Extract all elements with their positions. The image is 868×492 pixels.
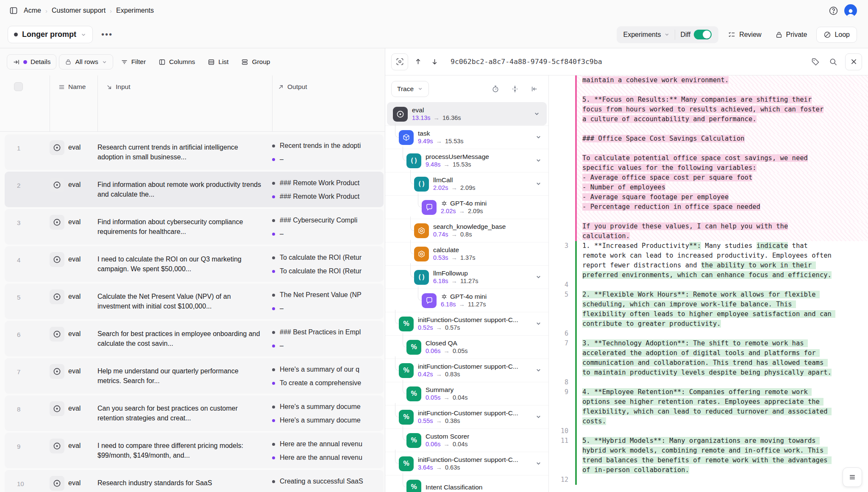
collapse-vertical-icon[interactable] bbox=[509, 83, 520, 95]
timing-icon[interactable] bbox=[490, 83, 501, 95]
code-text: If you provide these values, I can help … bbox=[577, 222, 868, 231]
chevron-down-icon[interactable] bbox=[535, 157, 542, 164]
trace-tree-node[interactable]: search_knowledge_base0.74s→0.8s bbox=[385, 219, 548, 242]
table-row[interactable]: 10evalResearch industry standards for Sa… bbox=[5, 470, 384, 492]
filter-icon bbox=[121, 58, 128, 66]
table-row[interactable]: 7evalHelp me understand our quarterly pe… bbox=[5, 358, 384, 394]
trace-tree-node[interactable]: eval13.13s→16.36s bbox=[387, 102, 547, 125]
row-number: 4 bbox=[5, 246, 50, 282]
view-selector-label: Experiments bbox=[623, 31, 661, 39]
expand-fullscreen-icon[interactable] bbox=[391, 53, 408, 70]
search-icon[interactable] bbox=[827, 56, 839, 68]
trace-tree-panel: Trace bbox=[385, 75, 548, 492]
column-header-input[interactable]: Input bbox=[106, 83, 130, 91]
trace-tree-node[interactable]: %initFunction-Customer support-C...0.42s… bbox=[385, 359, 548, 382]
trace-tree-node[interactable]: task9.49s→15.53s bbox=[385, 125, 548, 149]
private-button[interactable]: Private bbox=[771, 28, 812, 42]
chevron-down-icon[interactable] bbox=[535, 320, 542, 327]
chevron-down-icon[interactable] bbox=[534, 111, 540, 117]
table-row[interactable]: 4evalI need to calculate the ROI on our … bbox=[5, 246, 384, 282]
node-duration: 0.52s→0.57s bbox=[418, 324, 518, 332]
trace-tree-node[interactable]: calculate0.53s→1.37s bbox=[385, 242, 548, 265]
user-avatar[interactable] bbox=[844, 4, 857, 17]
close-icon[interactable] bbox=[845, 53, 862, 70]
trace-tree-node[interactable]: %Summary0.05s→0.04s bbox=[385, 382, 548, 405]
node-duration: 3.64s→0.63s bbox=[418, 464, 518, 472]
list-button[interactable]: List bbox=[203, 55, 234, 69]
chevron-down-icon[interactable] bbox=[535, 181, 542, 187]
breadcrumb-org[interactable]: Acme bbox=[24, 7, 41, 14]
select-all-checkbox[interactable] bbox=[14, 82, 23, 91]
next-row-icon[interactable] bbox=[428, 55, 441, 68]
columns-button[interactable]: Columns bbox=[153, 55, 200, 69]
details-button[interactable]: Details bbox=[7, 54, 56, 69]
diff-toggle[interactable] bbox=[694, 30, 712, 39]
node-label: calculate bbox=[433, 246, 475, 254]
previous-row-icon[interactable] bbox=[412, 55, 425, 68]
chevron-down-icon[interactable] bbox=[535, 414, 542, 420]
row-input-text: I need to compare three different pricin… bbox=[97, 433, 272, 468]
table-row[interactable]: 8evalCan you search for best practices o… bbox=[5, 395, 384, 431]
experiment-more-button[interactable]: ••• bbox=[98, 28, 116, 41]
experiment-selector[interactable]: Longer prompt bbox=[8, 26, 93, 43]
trace-tree-node[interactable]: ()llmCall2.02s→2.09s bbox=[385, 172, 548, 195]
code-text: To calculate potential office space cost… bbox=[577, 153, 868, 163]
chevron-down-icon[interactable] bbox=[535, 274, 542, 280]
node-label: task bbox=[418, 129, 464, 137]
diff-removed-line: ### Office Space Cost Savings Calculatio… bbox=[549, 134, 868, 144]
review-button[interactable]: Review bbox=[723, 27, 765, 42]
trace-tree-node[interactable]: GPT-4o mini6.18s→11.27s bbox=[385, 289, 548, 312]
help-icon[interactable] bbox=[827, 4, 840, 17]
column-header-output[interactable]: Output bbox=[278, 83, 307, 91]
output-text: Here are the annual revenu bbox=[280, 440, 362, 448]
trace-tree-node[interactable]: %Custom Scorer0.06s→0.04s bbox=[385, 428, 548, 452]
trace-tree-node[interactable]: %initFunction-Customer support-C...0.52s… bbox=[385, 312, 548, 335]
filter-button[interactable]: Filter bbox=[116, 55, 151, 69]
row-number: 9 bbox=[5, 433, 50, 468]
node-duration: 0.06s→0.05s bbox=[426, 347, 467, 355]
group-button[interactable]: Group bbox=[236, 55, 275, 69]
row-name-label: eval bbox=[68, 364, 81, 375]
tag-icon[interactable] bbox=[810, 56, 821, 68]
code-text: a culture of accountability and performa… bbox=[577, 114, 868, 124]
collapse-panel-left-icon[interactable] bbox=[529, 83, 540, 95]
diff-removed-line bbox=[549, 144, 868, 153]
node-duration: 0.55s→0.38s bbox=[418, 417, 518, 425]
code-text: 1. **Increased Productivity**: Many stud… bbox=[577, 241, 868, 280]
breadcrumb-section[interactable]: Experiments bbox=[116, 7, 154, 14]
trace-tree-node[interactable]: ()llmFollowup6.18s→11.27s bbox=[385, 265, 548, 289]
line-number: 4 bbox=[549, 280, 575, 290]
trace-tree-node[interactable]: %Closed QA0.06s→0.05s bbox=[385, 335, 548, 359]
breadcrumb-project[interactable]: Customer support bbox=[52, 7, 106, 14]
table-row[interactable]: 5evalCalculate the Net Present Value (NP… bbox=[5, 284, 384, 319]
table-row[interactable]: 3evalFind information about cybersecurit… bbox=[5, 209, 384, 245]
trace-view-dropdown[interactable]: Trace bbox=[391, 81, 429, 97]
output-text: To create a comprehensive bbox=[280, 379, 361, 387]
diff-removed-line: - Average square footage per employee bbox=[549, 192, 868, 202]
table-row[interactable]: 1evalResearch current trends in artifici… bbox=[5, 134, 384, 170]
column-header-name[interactable]: Name bbox=[58, 83, 86, 91]
loop-button[interactable]: Loop bbox=[816, 27, 857, 43]
trace-tree-node[interactable]: %initFunction-Customer support-C...3.64s… bbox=[385, 452, 548, 475]
trace-tree-node[interactable]: ()processUserMessage9.48s→15.53s bbox=[385, 149, 548, 172]
results-panel: Details All rows Filter Columns L bbox=[0, 48, 385, 492]
trace-tree-node[interactable]: %initFunction-Customer support-C...0.55s… bbox=[385, 405, 548, 428]
chevron-down-icon[interactable] bbox=[535, 460, 542, 467]
table-row[interactable]: 9evalI need to compare three different p… bbox=[5, 433, 384, 468]
line-number: 3 bbox=[549, 241, 575, 280]
chevron-down-icon[interactable] bbox=[535, 367, 542, 373]
table-row[interactable]: 2evalFind information about remote work … bbox=[5, 172, 384, 207]
comparison-dot-icon bbox=[272, 456, 275, 459]
table-row[interactable]: 6evalSearch for best practices in employ… bbox=[5, 321, 384, 356]
base-dot-icon bbox=[272, 480, 275, 483]
trace-tree-node[interactable]: GPT-4o mini2.02s→2.09s bbox=[385, 195, 548, 219]
comparison-dot-icon bbox=[272, 419, 275, 422]
trace-tree-node[interactable]: %Intent Classification bbox=[385, 475, 548, 492]
chevron-down-icon[interactable] bbox=[535, 134, 542, 140]
sidebar-toggle-icon[interactable] bbox=[8, 5, 19, 17]
row-output-cell: ### Remote Work Product### Remote Work P… bbox=[272, 172, 384, 207]
diff-menu-icon[interactable] bbox=[843, 467, 862, 487]
view-selector-dropdown[interactable]: Experiments bbox=[618, 26, 675, 43]
all-rows-dropdown[interactable]: All rows bbox=[59, 54, 113, 69]
line-number bbox=[549, 95, 575, 105]
